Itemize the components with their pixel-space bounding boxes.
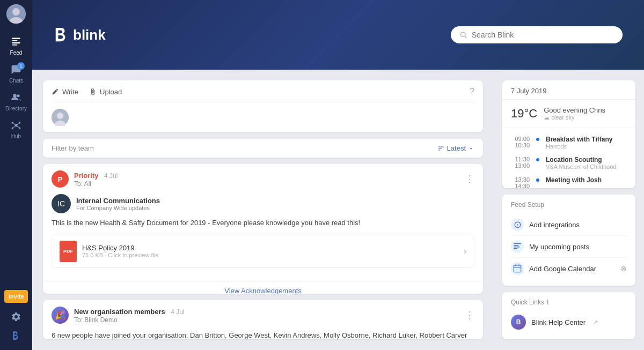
directory-icon (11, 92, 21, 104)
greeting: Good evening Chris (544, 106, 605, 114)
invite-button[interactable]: Invite (4, 290, 28, 303)
upload-button[interactable]: Upload (89, 88, 122, 96)
post-author-1: Priority (74, 172, 99, 180)
latest-label: Latest (447, 144, 466, 152)
compose-avatar (52, 109, 69, 126)
post-date-1: 4 Jul (104, 172, 118, 180)
add-google-calendar-item[interactable]: Add Google Calendar ⊗ (511, 258, 627, 279)
sidebar-item-hub[interactable]: Hub (0, 116, 32, 144)
file-name: H&S Policy 2019 (82, 244, 458, 252)
upcoming-posts-item[interactable]: My upcoming posts (511, 236, 627, 258)
svg-line-19 (465, 36, 466, 38)
feed-icon (11, 36, 21, 48)
chats-badge: 1 (17, 62, 25, 70)
file-attachment-1[interactable]: PDF H&S Policy 2019 75.0 KB · Click to p… (52, 235, 474, 268)
blink-logo-icon-header (54, 27, 69, 42)
svg-point-12 (12, 127, 13, 129)
post-menu-2[interactable]: ⋮ (465, 309, 474, 321)
event-2-end: 13:00 (511, 162, 530, 169)
filter-by-team-label: Filter by team (52, 144, 94, 152)
event-name-3: Meeting with Josh (546, 176, 627, 184)
event-2-start: 11:30 (511, 156, 530, 162)
sidebar-item-feed[interactable]: Feed (0, 32, 32, 60)
chevron-down-icon (468, 145, 474, 152)
svg-point-11 (19, 122, 20, 123)
svg-rect-24 (514, 245, 518, 246)
content: Write Upload ? (32, 70, 644, 350)
feed-setup-title: Feed Setup (511, 201, 627, 208)
integration-icon: ⊙ (511, 218, 524, 231)
sidebar-label-directory: Directory (5, 106, 27, 111)
add-integrations-item[interactable]: ⊙ Add integrations (511, 214, 627, 236)
sky-condition: ☁ clear sky (544, 114, 605, 121)
post-date-2: 4 Jul (171, 308, 184, 316)
upcoming-posts-label: My upcoming posts (529, 243, 627, 251)
upload-icon (89, 88, 97, 95)
external-link-icon: ↗ (593, 319, 598, 326)
sidebar-item-blink[interactable] (0, 326, 32, 346)
write-icon (52, 88, 59, 95)
avatar[interactable] (6, 4, 26, 24)
svg-point-1 (12, 8, 20, 16)
main-area: blink Write (32, 0, 644, 350)
event-details-2: Location Scouting V&A Museum of Childhoo… (546, 156, 627, 170)
add-google-calendar-label: Add Google Calendar (529, 265, 615, 273)
event-3-end: 14:30 (511, 183, 530, 188)
post-card-2: 🎉 New organisation members 4 Jul To: Bli… (43, 300, 483, 339)
svg-rect-27 (514, 265, 521, 272)
event-1-start: 09:00 (511, 136, 530, 142)
svg-line-14 (13, 123, 15, 125)
post2-avatar: 🎉 (52, 307, 69, 324)
post-to-1: To: All (74, 180, 459, 188)
post-author-2: New organisation members (74, 308, 165, 316)
chat-icon: 1 (11, 64, 21, 76)
svg-point-7 (13, 94, 17, 98)
file-info: H&S Policy 2019 75.0 KB · Click to previ… (82, 244, 458, 258)
post-text-1: This is the new Health & Safty Document … (52, 218, 474, 228)
svg-point-8 (17, 94, 20, 97)
filter-bar: Filter by team Latest (43, 139, 483, 158)
svg-point-18 (460, 32, 465, 37)
right-panel: 7 July 2019 19°C Good evening Chris ☁ cl… (494, 70, 644, 350)
event-1-end: 10:30 (511, 142, 530, 148)
blink-help-center-link[interactable]: B Blink Help Center ↗ (511, 311, 627, 333)
sidebar-label-hub: Hub (11, 133, 21, 139)
write-label: Write (62, 88, 78, 96)
quick-links-help-icon[interactable]: ℹ (546, 299, 549, 306)
file-arrow-icon: › (464, 247, 466, 256)
post-to-2: To: Blink Demo (74, 316, 459, 324)
settings-icon (11, 311, 21, 322)
help-icon[interactable]: ? (470, 87, 474, 96)
view-acknowledgements-button[interactable]: View Acknowledgements (43, 281, 483, 294)
latest-sort-button[interactable]: Latest (437, 144, 474, 152)
post-menu-1[interactable]: ⋮ (465, 173, 474, 185)
event-location-1: Harrods (546, 143, 627, 150)
channel-name-1: Internal Communications (76, 197, 160, 205)
blink-logo-icon (11, 331, 21, 341)
event-3: 13:30 14:30 Meeting with Josh (502, 173, 635, 188)
post-text-2: 6 new people have joined your organisati… (52, 330, 474, 339)
sidebar-item-chats[interactable]: 1 Chats (0, 60, 32, 88)
search-input[interactable] (472, 31, 614, 39)
svg-rect-23 (514, 243, 521, 244)
quick-links-widget: Quick Links ℹ B Blink Help Center ↗ (502, 292, 635, 339)
logo-text: blink (73, 27, 106, 43)
svg-rect-3 (12, 38, 20, 40)
event-location-2: V&A Museum of Childhood (546, 163, 627, 170)
close-google-calendar-icon[interactable]: ⊗ (620, 264, 627, 273)
sidebar-item-directory[interactable]: Directory (0, 88, 32, 116)
priority-icon: P (52, 170, 69, 188)
event-dot-2 (536, 158, 539, 161)
event-dot-1 (536, 138, 539, 141)
event-details-3: Meeting with Josh (546, 176, 627, 184)
svg-line-16 (13, 126, 15, 128)
feed-setup-widget: Feed Setup ⊙ Add integrations My upcomin… (502, 195, 635, 286)
channel-desc-1: For Company Wide updates (76, 205, 160, 211)
search-bar[interactable] (451, 26, 623, 43)
search-icon (459, 31, 467, 39)
sidebar-item-settings[interactable] (0, 307, 32, 326)
calendar-date: 7 July 2019 (502, 80, 635, 100)
event-dot-3 (536, 178, 539, 182)
write-button[interactable]: Write (52, 88, 78, 96)
calendar-icon (511, 262, 524, 275)
